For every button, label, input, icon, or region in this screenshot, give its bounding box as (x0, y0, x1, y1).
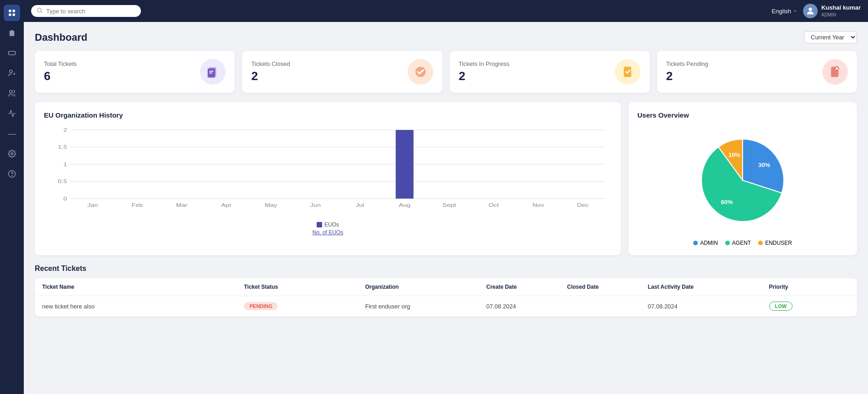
svg-rect-17 (624, 67, 631, 77)
topbar: English Kushal kumar ADMIN (24, 0, 868, 22)
svg-point-6 (10, 90, 12, 93)
dashboard-header: Dashboard Current Year (35, 31, 857, 43)
stat-icon (408, 59, 433, 85)
stat-label: Tickets In Progress (459, 60, 510, 67)
eu-history-chart: EU Organization History 00.511.52JanFebM… (35, 102, 621, 255)
ticket-create-date: 07.08.2024 (486, 303, 567, 310)
sidebar-item-add-user[interactable] (4, 65, 20, 81)
svg-rect-1 (13, 10, 15, 12)
pie-legend: ADMINAGENTENDUSER (693, 240, 792, 246)
users-overview-chart: Users Overview 30%60%10% ADMINAGENTENDUS… (628, 102, 857, 255)
year-selector[interactable]: Current Year (804, 31, 857, 43)
svg-rect-0 (9, 10, 11, 12)
bar-chart-area: 00.511.52JanFebMarAprMayJunJulAugSeptOct… (44, 125, 612, 217)
stat-card-0: Total Tickets 6 (35, 51, 235, 93)
table-header-cell: Closed Date (567, 284, 648, 290)
tickets-table: Ticket NameTicket StatusOrganizationCrea… (35, 278, 857, 317)
stat-label: Total Tickets (44, 60, 77, 67)
content-area: Dashboard Current Year Total Tickets 6 T… (24, 22, 868, 394)
stat-icon (200, 59, 226, 85)
stat-info: Total Tickets 6 (44, 60, 77, 83)
stat-info: Tickets In Progress 2 (459, 60, 510, 83)
sidebar-item-help[interactable] (4, 166, 20, 182)
sidebar-item-home[interactable] (4, 5, 20, 21)
svg-text:1.5: 1.5 (58, 145, 67, 150)
table-header-cell: Ticket Status (244, 284, 365, 290)
ticket-org: First enduser org (365, 303, 486, 310)
stat-icon (615, 59, 641, 85)
bar-chart-legend: EUOs No. of EUOs (44, 221, 612, 236)
recent-tickets-section: Recent Tickets Ticket NameTicket StatusO… (35, 264, 857, 317)
svg-text:Jun: Jun (310, 203, 321, 208)
search-box[interactable] (31, 5, 141, 17)
svg-text:Aug: Aug (399, 203, 410, 208)
svg-text:0: 0 (63, 196, 67, 201)
stat-card-3: Tickets Pending 2 (657, 51, 857, 93)
sidebar: — (0, 0, 24, 394)
svg-text:2: 2 (63, 128, 67, 133)
stat-card-1: Tickets Closed 2 (242, 51, 442, 93)
ticket-name: new ticket here also (42, 303, 244, 310)
svg-point-10 (38, 8, 42, 12)
svg-point-11 (809, 8, 812, 11)
stat-value: 2 (666, 69, 708, 83)
sidebar-item-ticket[interactable] (4, 45, 20, 61)
stat-value: 6 (44, 69, 77, 83)
user-role: ADMIN (821, 12, 861, 18)
ticket-status: PENDING (244, 302, 365, 310)
table-header-cell: Ticket Name (42, 284, 244, 290)
stat-card-2: Tickets In Progress 2 (450, 51, 650, 93)
table-body: new ticket here also PENDING First endus… (35, 296, 857, 317)
ticket-priority: LOW (769, 302, 850, 311)
svg-text:May: May (264, 203, 277, 208)
pie-legend-admin: ADMIN (693, 240, 718, 246)
svg-text:0.5: 0.5 (58, 179, 67, 184)
svg-text:1: 1 (63, 162, 67, 167)
recent-tickets-title: Recent Tickets (35, 264, 857, 273)
language-selector[interactable]: English (771, 8, 798, 15)
svg-rect-39 (396, 130, 414, 199)
pie-chart-area: 30%60%10% ADMINAGENTENDUSER (637, 125, 848, 246)
sidebar-item-building[interactable] (4, 25, 20, 41)
sidebar-item-chart[interactable] (4, 105, 20, 122)
svg-point-7 (11, 153, 13, 155)
svg-text:Sept: Sept (442, 203, 456, 208)
page-title: Dashboard (35, 32, 87, 43)
svg-text:Jul: Jul (356, 203, 364, 208)
users-overview-title: Users Overview (637, 111, 848, 119)
table-row: new ticket here also PENDING First endus… (35, 296, 857, 317)
search-input[interactable] (46, 8, 135, 15)
svg-text:30%: 30% (758, 162, 770, 168)
svg-text:Mar: Mar (176, 203, 188, 208)
stat-label: Tickets Closed (251, 60, 290, 67)
stat-info: Tickets Closed 2 (251, 60, 290, 83)
svg-text:10%: 10% (728, 151, 740, 158)
ticket-last-activity: 07.08.2024 (648, 303, 769, 310)
stat-info: Tickets Pending 2 (666, 60, 708, 83)
svg-text:Dec: Dec (577, 203, 589, 208)
legend-euos: EUOs (317, 221, 339, 228)
stat-value: 2 (459, 69, 510, 83)
table-header-cell: Last Activity Date (648, 284, 769, 290)
user-text: Kushal kumar ADMIN (821, 4, 861, 18)
user-info[interactable]: Kushal kumar ADMIN (803, 4, 861, 18)
avatar (803, 4, 818, 18)
svg-rect-2 (9, 14, 11, 16)
svg-text:60%: 60% (721, 199, 733, 205)
stat-label: Tickets Pending (666, 60, 708, 67)
language-label: English (771, 8, 791, 15)
table-header-cell: Create Date (486, 284, 567, 290)
svg-rect-3 (13, 14, 15, 16)
svg-text:Feb: Feb (131, 203, 143, 208)
svg-text:Nov: Nov (533, 203, 545, 208)
sidebar-item-users[interactable] (4, 85, 20, 102)
pie-legend-agent: AGENT (725, 240, 751, 246)
svg-rect-4 (9, 51, 16, 55)
user-name: Kushal kumar (821, 4, 861, 12)
pie-legend-enduser: ENDUSER (758, 240, 792, 246)
topbar-right: English Kushal kumar ADMIN (771, 4, 861, 18)
charts-row: EU Organization History 00.511.52JanFebM… (35, 102, 857, 255)
stat-value: 2 (251, 69, 290, 83)
legend-no-euos: No. of EUOs (313, 229, 343, 236)
sidebar-item-settings[interactable] (4, 146, 20, 162)
